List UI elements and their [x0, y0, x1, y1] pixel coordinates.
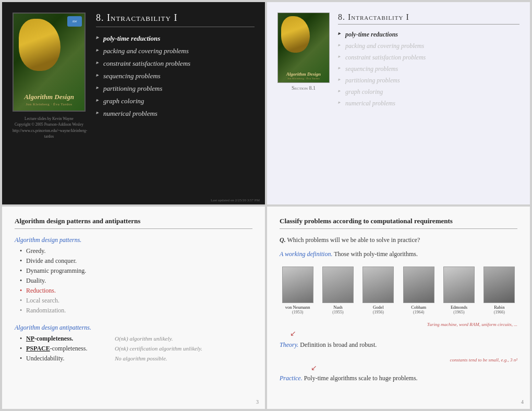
section-label: Section 8.1 — [277, 85, 330, 91]
credit-line1: Lecture slides by Kevin Wayne — [25, 116, 74, 121]
photo-rabin — [483, 267, 515, 303]
photo-godel — [362, 267, 394, 303]
slide-2-title: 8. Intractability I — [338, 13, 519, 25]
book-authors-1: Jon Kleinberg · Éva Tardos — [26, 102, 72, 106]
question-line: Q. Which problems will we be able to sol… — [280, 236, 517, 244]
working-def-label: A working definition. — [280, 250, 332, 258]
turing-note: Turing machine, word RAM, uniform circui… — [280, 322, 517, 327]
year-rabin: (1966) — [494, 310, 505, 315]
constants-note: constants tend to be small, e.g., 3 n² — [280, 357, 517, 362]
working-def-text: Those with poly-time algorithms. — [334, 250, 418, 258]
scientist-0: von Neumann (1953) — [280, 267, 316, 315]
photo-nash — [322, 267, 354, 303]
slide-4-title: Classify problems according to computati… — [280, 217, 517, 229]
bullet-1-0: poly-time reductions — [96, 34, 255, 43]
working-def: A working definition. Those with poly-ti… — [280, 250, 517, 258]
year-godel: (1956) — [373, 310, 384, 315]
year-cobham: (1964) — [413, 310, 424, 315]
theory-line: Theory. Definition is broad and robust. — [280, 341, 517, 349]
pattern-1: Divide and conquer. — [20, 257, 252, 265]
patterns-list: Greedy. Divide and conquer. Dynamic prog… — [15, 247, 252, 315]
scientist-4: Edmonds (1965) — [441, 267, 477, 315]
scientist-3: Cobham (1964) — [401, 267, 437, 315]
bullet-1-3: sequencing problems — [96, 72, 255, 80]
scientist-5: Rabin (1966) — [481, 267, 517, 315]
bullet-1-4: partitioning problems — [96, 84, 255, 93]
book-title-2: Algorithm Design — [286, 71, 321, 77]
practice-text: Poly-time algorithms scale to huge probl… — [304, 374, 418, 382]
book-bird-decoration — [19, 19, 61, 71]
antipatterns-section: Algorithm design antipatterns. NP-comple… — [15, 324, 252, 365]
slide-3-title: Algorithm design patterns and antipatter… — [15, 217, 252, 229]
bullet-2-1: packing and covering problems — [338, 42, 519, 50]
name-von-neumann: von Neumann — [285, 305, 310, 310]
bullet-2-5: graph coloring — [338, 88, 519, 96]
antipattern-2: Undecidability. No algorithm possible. — [20, 355, 252, 362]
antipattern-0: NP-completeness. O(nk) algorithm unlikel… — [20, 335, 252, 343]
bullet-1-6: numerical problems — [96, 110, 255, 118]
question-q: Q. — [280, 236, 286, 244]
name-rabin: Rabin — [494, 305, 504, 310]
slide-2-bullets: poly-time reductions packing and coverin… — [338, 31, 519, 107]
photo-cobham — [403, 267, 434, 303]
scientists-row: von Neumann (1953) Nash (1955) Godel (19… — [280, 267, 517, 315]
name-godel: Godel — [373, 305, 384, 310]
patterns-section: Algorithm design patterns. Greedy. Divid… — [15, 236, 252, 317]
theory-label: Theory. — [280, 341, 298, 348]
year-von-neumann: (1953) — [292, 310, 303, 315]
book-bird-2-decoration — [281, 16, 310, 53]
name-nash: Nash — [333, 305, 342, 310]
bullet-2-0: poly-time reductions — [338, 31, 519, 39]
slide-2: Algorithm Design Jon Kleinberg · Éva Tar… — [267, 2, 530, 204]
slide-1-content: 8. Intractability I poly-time reductions… — [96, 13, 255, 191]
pattern-5: Local search. — [20, 297, 252, 305]
pattern-4: Reductions. — [20, 287, 252, 295]
bullet-1-5: graph coloring — [96, 97, 255, 105]
pattern-3: Duality. — [20, 277, 252, 285]
antipatterns-label: Algorithm design antipatterns. — [15, 324, 252, 332]
book-authors-2: Jon Kleinberg · Éva Tardos — [287, 77, 320, 80]
antipattern-1: PSPACE-completeness. O(nk) certification… — [20, 345, 252, 353]
bullet-2-6: numerical problems — [338, 100, 519, 107]
year-nash: (1955) — [332, 310, 343, 315]
photo-von-neumann — [282, 267, 313, 303]
bullet-2-3: sequencing problems — [338, 65, 519, 73]
slide-2-book-area: Algorithm Design Jon Kleinberg · Éva Tar… — [277, 13, 330, 194]
slide-1-book-area: AW Algorithm Design Jon Kleinberg · Éva … — [13, 13, 86, 191]
bullet-2-2: constraint satisfaction problems — [338, 54, 519, 62]
antipattern-1-right: O(nk) certification algorithm unlikely. — [115, 345, 202, 352]
bullet-1-2: constraint satisfaction problems — [96, 59, 255, 68]
scientist-2: Godel (1956) — [360, 267, 396, 315]
theory-text: Definition is broad and robust. — [300, 341, 377, 348]
bullet-1-1: packing and covering problems — [96, 47, 255, 55]
book-cover-1: AW Algorithm Design Jon Kleinberg · Éva … — [13, 13, 86, 112]
question-text: Which problems will we be able to solve … — [287, 236, 420, 244]
patterns-label: Algorithm design patterns. — [15, 236, 252, 244]
photo-edmonds — [443, 267, 475, 303]
antipattern-0-left: NP-completeness. — [26, 335, 110, 343]
pattern-2: Dynamic programming. — [20, 267, 252, 275]
slide-1-footer: Last updated on 2/25/20 3:57 PM — [2, 196, 265, 204]
book-title-1: Algorithm Design — [24, 93, 74, 101]
bullet-2-4: partitioning problems — [338, 77, 519, 84]
publisher-logo: AW — [67, 16, 82, 27]
scientist-1: Nash (1955) — [320, 267, 356, 315]
pattern-0: Greedy. — [20, 247, 252, 255]
slide-4-page: 4 — [521, 399, 524, 405]
name-edmonds: Edmonds — [451, 305, 467, 310]
antipattern-2-right: No algorithm possible. — [115, 355, 167, 361]
arrow-left-1: ↙ — [290, 329, 517, 338]
practice-label: Practice. — [280, 374, 303, 382]
practice-line: Practice. Poly-time algorithms scale to … — [280, 374, 517, 382]
slide-4: Classify problems according to computati… — [267, 207, 530, 409]
slide-1-bullets: poly-time reductions packing and coverin… — [96, 34, 255, 118]
slide-2-content: 8. Intractability I poly-time reductions… — [338, 13, 519, 194]
antipattern-2-left: Undecidability. — [26, 355, 110, 362]
credit-line3: http://www.cs.princeton.edu/~wayne/klein… — [13, 128, 87, 139]
antipatterns-list: NP-completeness. O(nk) algorithm unlikel… — [15, 335, 252, 362]
arrow-left-2: ↙ — [311, 364, 517, 372]
antipattern-0-right: O(nk) algorithm unlikely. — [115, 335, 173, 342]
name-cobham: Cobham — [411, 305, 426, 310]
slide-3-page: 3 — [256, 399, 259, 405]
year-edmonds: (1965) — [453, 310, 464, 315]
